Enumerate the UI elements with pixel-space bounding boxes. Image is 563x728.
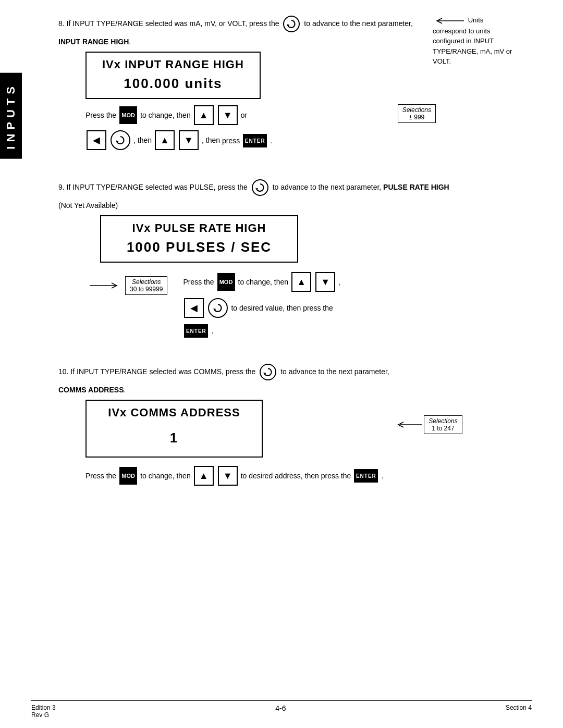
section8-instr-row2: ◀ , then ▲ ▼ , then xyxy=(85,129,220,151)
section-9: 9. If INPUT TYPE/RANGE selected was PULS… xyxy=(58,179,532,339)
section8-intro-suffix: to advance to the next parameter, xyxy=(304,19,413,28)
section9-refresh-btn[interactable] xyxy=(208,298,228,318)
section8-enter-btn[interactable]: ENTER xyxy=(243,134,267,147)
section9-selections-area: Selections 30 to 99999 xyxy=(90,276,167,295)
section9-refresh-icon[interactable] xyxy=(252,179,268,196)
section8-display-area: IVx INPUT RANGE HIGH 100.000 units Press… xyxy=(85,52,436,154)
section10-instr-row1: Press the MOD to change, then ▲ ▼ to xyxy=(85,465,247,487)
section10-display-title: IVx COMMS ADDRESS xyxy=(87,401,262,422)
section9-instr-row1: Press the MOD to change, then ▲ ▼ , xyxy=(183,271,340,293)
sidebar: INPUTS xyxy=(0,73,22,159)
section10-selections-value: 1 to 247 xyxy=(429,425,457,432)
section9-display-value: 1000 PULSES / SEC xyxy=(101,237,297,262)
section8-instr-row1: Press the MOD to change, then ▲ ▼ or xyxy=(85,104,247,126)
section8-refresh-icon[interactable] xyxy=(283,16,300,32)
section8-down-btn1[interactable]: ▼ xyxy=(218,105,238,125)
section10-instr-row2: desired address, then press the ENTER . xyxy=(249,468,383,484)
section8-selections-container: Selections ± 999 xyxy=(398,104,436,123)
footer: Edition 3 Rev G 4-6 Section 4 xyxy=(31,700,532,719)
section8-note: Units correspond to units configured in … xyxy=(448,57,532,108)
section8-mod-btn[interactable]: MOD xyxy=(119,106,137,124)
section8-press-text: Press the xyxy=(85,111,116,119)
section8-display-box: IVx INPUT RANGE HIGH 100.000 units xyxy=(85,52,261,99)
section9-bottom-layout: Selections 30 to 99999 Press the MOD to … xyxy=(90,271,532,339)
section10-mod-btn[interactable]: MOD xyxy=(119,467,137,485)
section9-display-wrap: IVx PULSE RATE HIGH 1000 PULSES / SEC xyxy=(100,215,532,263)
section9-instr-row3: ENTER . xyxy=(183,323,340,339)
section9-instr-row2: ◀ to desired value, then press the xyxy=(183,297,340,319)
section10-selections-label: Selections xyxy=(429,417,457,425)
section10-display-box: IVx COMMS ADDRESS 1 xyxy=(85,400,263,458)
section9-note: (Not Yet Available) xyxy=(58,200,532,211)
section9-intro-para: 9. If INPUT TYPE/RANGE selected was PULS… xyxy=(58,179,532,196)
section8-display-value: 100.000 units xyxy=(87,73,260,98)
section8-display-title: IVx INPUT RANGE HIGH xyxy=(87,53,260,73)
section8-instr-col: Press the MOD to change, then ▲ ▼ or ◀ xyxy=(85,104,362,154)
section8-instructions: Press the MOD to change, then ▲ ▼ or ◀ xyxy=(85,104,436,154)
section9-intro-text: 9. If INPUT TYPE/RANGE selected was PULS… xyxy=(58,183,248,191)
section8-left-btn[interactable]: ◀ xyxy=(87,130,106,150)
section8-up-btn2[interactable]: ▲ xyxy=(155,130,175,150)
section10-arrow-sel: Selections 1 to 247 xyxy=(396,415,462,434)
section8-display-layout: IVx INPUT RANGE HIGH 100.000 units Press… xyxy=(85,52,532,154)
section9-display-box: IVx PULSE RATE HIGH 1000 PULSES / SEC xyxy=(100,215,298,263)
section8-down-btn2[interactable]: ▼ xyxy=(179,130,199,150)
section8-intro-text: 8. If INPUT TYPE/RANGE selected was mA, … xyxy=(58,19,279,28)
section9-selections-label: Selections xyxy=(130,278,163,286)
section9-down-btn[interactable]: ▼ xyxy=(315,272,335,292)
section10-bold-label: COMMS ADDRESS. xyxy=(58,385,532,396)
section10-display-area: IVx COMMS ADDRESS 1 Press the MOD to cha… xyxy=(85,400,383,490)
section9-enter-btn[interactable]: ENTER xyxy=(184,324,208,338)
section10-enter-btn[interactable]: ENTER xyxy=(354,469,378,483)
section-8: 8. If INPUT TYPE/RANGE selected was mA, … xyxy=(58,16,532,154)
section10-intro-text: 10. If INPUT TYPE/RANGE selected was COM… xyxy=(58,367,255,376)
section9-selections-box: Selections 30 to 99999 xyxy=(125,276,167,295)
section10-intro-para: 10. If INPUT TYPE/RANGE selected was COM… xyxy=(58,364,532,380)
footer-left: Edition 3 Rev G xyxy=(31,704,56,719)
section9-left-btn[interactable]: ◀ xyxy=(184,298,204,318)
footer-edition: Edition 3 xyxy=(31,704,56,711)
section-10: 10. If INPUT TYPE/RANGE selected was COM… xyxy=(58,364,532,490)
section8-selections-value: ± 999 xyxy=(402,114,431,121)
section10-up-btn[interactable]: ▲ xyxy=(194,466,214,486)
section9-arrow-sel: Selections 30 to 99999 xyxy=(90,276,167,295)
footer-center: 4-6 xyxy=(275,704,286,719)
footer-rev: Rev G xyxy=(31,711,56,719)
section10-display-value: 1 xyxy=(87,422,262,456)
section8-up-btn1[interactable]: ▲ xyxy=(194,105,214,125)
section8-refresh-btn[interactable] xyxy=(111,130,130,150)
section9-mod-btn[interactable]: MOD xyxy=(217,273,235,291)
section10-display-layout: IVx COMMS ADDRESS 1 Press the MOD to cha… xyxy=(85,400,532,490)
section8-selections-box: Selections ± 999 xyxy=(398,104,436,123)
section9-selections-value: 30 to 99999 xyxy=(130,286,163,293)
section9-up-btn[interactable]: ▲ xyxy=(291,272,311,292)
section10-refresh-icon[interactable] xyxy=(260,364,276,380)
section8-instr-row3: press ENTER . xyxy=(222,133,272,149)
section9-intro-suffix: to advance to the next parameter, xyxy=(273,183,382,191)
section10-instructions: Press the MOD to change, then ▲ ▼ to des… xyxy=(85,465,383,490)
section10-down-btn[interactable]: ▼ xyxy=(218,466,238,486)
footer-right: Section 4 xyxy=(506,704,532,719)
section10-selections-area: Selections 1 to 247 xyxy=(396,415,462,434)
section9-instructions: Press the MOD to change, then ▲ ▼ , ◀ to… xyxy=(183,271,340,339)
sidebar-label: INPUTS xyxy=(4,82,18,150)
section9-display-title: IVx PULSE RATE HIGH xyxy=(101,216,297,237)
section8-change-text: to change, then xyxy=(140,111,191,119)
section10-selections-box: Selections 1 to 247 xyxy=(424,415,462,434)
section10-intro-suffix: to advance to the next parameter, xyxy=(280,367,389,376)
section8-selections-label: Selections xyxy=(402,106,431,114)
